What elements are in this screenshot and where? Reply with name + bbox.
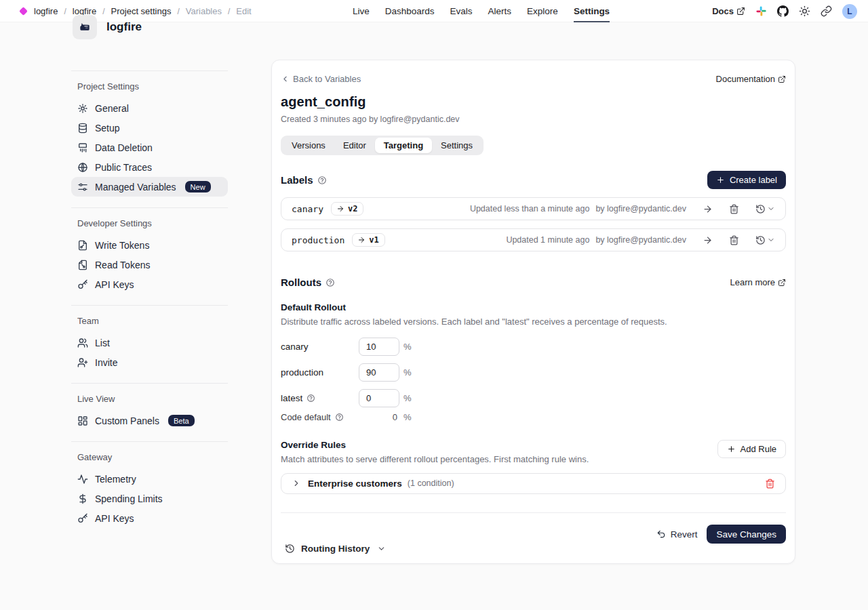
- sidebar-divider: [71, 305, 228, 306]
- revert-button-label: Revert: [671, 529, 698, 540]
- label-version-chip[interactable]: v2: [331, 202, 363, 216]
- sidebar-item-public-traces[interactable]: Public Traces: [71, 157, 228, 177]
- sidebar-item-data-deletion[interactable]: Data Deletion: [71, 138, 228, 157]
- label-version: v2: [348, 204, 357, 214]
- breadcrumb-org[interactable]: logfire: [34, 6, 58, 16]
- rollout-row-code-default: Code default 0 %: [281, 411, 786, 423]
- sidebar-item-custom-panels[interactable]: Custom Panels Beta: [71, 411, 228, 430]
- code-default-help-icon[interactable]: [335, 413, 344, 422]
- users-icon: [77, 338, 88, 348]
- sidebar-divider: [71, 207, 228, 208]
- sidebar-item-managed-variables[interactable]: Managed Variables New: [71, 177, 228, 197]
- docs-link[interactable]: Docs: [712, 6, 745, 16]
- panels-icon: [77, 415, 88, 426]
- sidebar-item-api-keys[interactable]: API Keys: [71, 274, 228, 294]
- latest-percent-input[interactable]: [359, 389, 399, 407]
- tab-editor[interactable]: Editor: [334, 138, 375, 153]
- gear-icon: [77, 103, 88, 114]
- sidebar-item-write-tokens[interactable]: Write Tokens: [71, 235, 228, 255]
- add-rule-button[interactable]: Add Rule: [717, 440, 786, 458]
- labels-help-icon[interactable]: [317, 176, 327, 185]
- rollouts-help-icon[interactable]: [326, 278, 335, 287]
- user-avatar[interactable]: L: [842, 4, 857, 19]
- production-percent-input[interactable]: [359, 363, 399, 382]
- sidebar-item-team-list[interactable]: List: [71, 333, 228, 352]
- sidebar-divider: [71, 383, 228, 384]
- label-name: production: [292, 235, 344, 245]
- delete-label-button[interactable]: [729, 235, 739, 245]
- sidebar-item-label: API Keys: [95, 279, 134, 290]
- sidebar-item-spending-limits[interactable]: Spending Limits: [71, 489, 228, 508]
- github-icon[interactable]: [777, 5, 789, 17]
- chevron-down-icon: [767, 205, 775, 213]
- nav-alerts[interactable]: Alerts: [488, 0, 512, 22]
- external-link-icon: [778, 279, 786, 287]
- sidebar-section-title: Project Settings: [71, 81, 228, 92]
- label-version: v1: [369, 235, 378, 245]
- sidebar-item-read-tokens[interactable]: Read Tokens: [71, 255, 228, 274]
- chevron-left-icon: [281, 75, 290, 83]
- chevron-right-icon[interactable]: [292, 479, 301, 488]
- slack-icon[interactable]: [755, 5, 767, 17]
- goto-version-button[interactable]: [703, 235, 713, 245]
- label-history-button[interactable]: [755, 235, 775, 245]
- labels-heading: Labels: [281, 174, 313, 186]
- arrow-right-icon: [703, 204, 713, 214]
- routing-history-label: Routing History: [301, 544, 370, 554]
- sidebar-logo-row[interactable]: logfire: [71, 15, 228, 39]
- sidebar-item-label: Invite: [95, 357, 117, 368]
- rule-condition-count: (1 condition): [408, 479, 454, 488]
- label-version-chip[interactable]: v1: [352, 233, 384, 247]
- sidebar-item-team-invite[interactable]: Invite: [71, 352, 228, 372]
- nav-explore[interactable]: Explore: [527, 0, 558, 22]
- routing-history-toggle[interactable]: Routing History: [281, 544, 786, 554]
- sidebar-item-label: General: [95, 103, 129, 114]
- logfire-logo-icon: [79, 22, 90, 33]
- nav-settings[interactable]: Settings: [574, 0, 610, 22]
- nav-live[interactable]: Live: [353, 0, 370, 22]
- theme-sun-icon[interactable]: [799, 5, 810, 17]
- sidebar-item-general[interactable]: General: [71, 98, 228, 118]
- code-default-label: Code default: [281, 412, 331, 422]
- override-rule-row[interactable]: Enterprise customers (1 condition): [281, 473, 786, 494]
- label-updated-by: by logfire@pydantic.dev: [595, 235, 686, 245]
- tab-versions[interactable]: Versions: [283, 138, 334, 153]
- sidebar-item-gateway-api-keys[interactable]: API Keys: [71, 508, 228, 528]
- sidebar-item-telemetry[interactable]: Telemetry: [71, 469, 228, 489]
- latest-help-icon[interactable]: [307, 394, 315, 403]
- sliders-icon: [77, 182, 88, 192]
- learn-more-link[interactable]: Learn more: [730, 277, 786, 287]
- label-history-button[interactable]: [755, 204, 775, 214]
- canary-percent-input[interactable]: [359, 338, 399, 356]
- arrow-right-icon: [703, 235, 713, 245]
- footer-divider: [281, 512, 786, 513]
- plus-icon: [727, 445, 736, 453]
- nav-dashboards[interactable]: Dashboards: [385, 0, 435, 22]
- save-changes-label: Save Changes: [716, 529, 776, 540]
- sidebar-item-setup[interactable]: Setup: [71, 118, 228, 138]
- page-subtitle: Created 3 minutes ago by logfire@pydanti…: [281, 115, 786, 124]
- tab-targeting[interactable]: Targeting: [375, 138, 432, 153]
- sidebar-divider: [71, 70, 228, 71]
- sidebar-logo-text: logfire: [106, 20, 142, 34]
- rollouts-heading: Rollouts: [281, 277, 321, 288]
- link-icon[interactable]: [821, 5, 832, 17]
- label-row-production: production v1 Updated 1 minute ago by lo…: [281, 228, 786, 251]
- key-icon: [77, 279, 88, 290]
- variable-tabs: Versions Editor Targeting Settings: [281, 136, 484, 155]
- documentation-link[interactable]: Documentation: [716, 74, 786, 84]
- percent-sign: %: [403, 412, 412, 422]
- sidebar-item-label: Telemetry: [95, 474, 136, 485]
- save-changes-button[interactable]: Save Changes: [707, 525, 786, 544]
- sidebar-item-label: Read Tokens: [95, 260, 150, 270]
- create-label-button[interactable]: Create label: [707, 171, 786, 189]
- back-to-variables-link[interactable]: Back to Variables: [281, 74, 361, 84]
- revert-button[interactable]: Revert: [656, 529, 698, 540]
- variable-detail-card: Back to Variables Documentation agent_co…: [271, 60, 795, 564]
- nav-evals[interactable]: Evals: [450, 0, 473, 22]
- tab-settings[interactable]: Settings: [432, 138, 481, 153]
- delete-rule-button[interactable]: [765, 479, 775, 489]
- goto-version-button[interactable]: [703, 204, 713, 214]
- delete-label-button[interactable]: [729, 204, 739, 214]
- percent-sign: %: [403, 367, 412, 378]
